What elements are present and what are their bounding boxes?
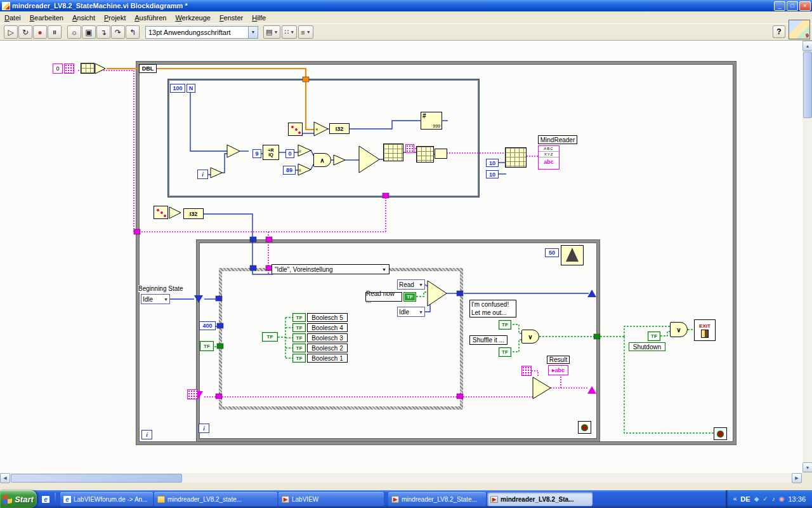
constant-10-b[interactable]: 10	[486, 170, 499, 178]
language-indicator[interactable]: DE	[740, 495, 750, 503]
shift-register-left-enum[interactable]	[194, 295, 203, 303]
reorder-button[interactable]: ≡ ▼	[298, 25, 313, 39]
vertical-scroll-thumb[interactable]	[803, 51, 812, 118]
array-to-string-node[interactable]	[435, 149, 447, 159]
scroll-up-button[interactable]: ▲	[802, 41, 812, 51]
horizontal-scrollbar[interactable]: ◀ ▶	[0, 472, 802, 483]
beginning-state-enum[interactable]: Idle▼	[141, 294, 170, 304]
outer-iteration-terminal[interactable]: i	[141, 430, 152, 439]
menu-projekt[interactable]: Projekt	[100, 12, 130, 23]
align-objects-button[interactable]: ▤ ▼	[263, 25, 280, 39]
boolean-constant-left[interactable]: TF	[200, 341, 214, 351]
run-button[interactable]: ▷	[4, 25, 18, 39]
highlight-execution-button[interactable]: ☼	[67, 25, 81, 39]
shuffle-boolean[interactable]: TF	[499, 347, 511, 357]
for-iteration-terminal[interactable]: i	[197, 170, 208, 179]
mindreader-string-indicator[interactable]: ABC XYZ abc	[538, 145, 560, 170]
boolesch2-terminal[interactable]: TF	[292, 344, 306, 352]
menu-fenster[interactable]: Fenster	[215, 12, 247, 23]
abort-button[interactable]: ●	[33, 25, 47, 39]
confused-boolean[interactable]: TF	[499, 320, 511, 330]
internet-explorer-icon[interactable]: e	[42, 496, 49, 503]
step-over-button[interactable]: ↷	[111, 25, 125, 39]
empty-string-constant-2[interactable]	[521, 366, 532, 376]
shutdown-boolean[interactable]: TF	[648, 331, 660, 341]
number-to-string-node[interactable]: # 999	[421, 112, 442, 130]
title-bar[interactable]: mindreader_LV8.2_StateMachine.vi Blockdi…	[0, 0, 812, 11]
loop-count-constant[interactable]: 100	[170, 84, 185, 93]
close-button[interactable]: ×	[799, 1, 811, 11]
read-enum-constant[interactable]: Read▼	[397, 279, 425, 290]
array-function-node[interactable]	[81, 63, 95, 74]
string-array-element-constant[interactable]	[64, 64, 74, 74]
vertical-scrollbar[interactable]: ▲ ▼	[802, 41, 812, 472]
buffer-node[interactable]	[334, 155, 345, 165]
inner-loop-condition-terminal[interactable]	[578, 421, 591, 434]
inner-iteration-terminal[interactable]: i	[199, 424, 209, 433]
outer-loop-condition-terminal[interactable]	[714, 427, 727, 440]
constant-0[interactable]: 0	[285, 149, 294, 158]
step-into-button[interactable]: ↴	[96, 25, 110, 39]
string-array-index-constant[interactable]: 0	[53, 64, 63, 74]
empty-string-init-constant[interactable]	[187, 389, 198, 399]
random-number-node-2[interactable]	[154, 206, 168, 219]
menu-ansicht[interactable]: Ansicht	[68, 12, 100, 23]
horizontal-scroll-thumb[interactable]	[11, 474, 182, 483]
step-out-button[interactable]: ↰	[126, 25, 140, 39]
menu-bearbeiten[interactable]: Bearbeiten	[25, 12, 68, 23]
boolesch4-terminal[interactable]: TF	[292, 323, 306, 332]
to-double-node[interactable]	[95, 64, 105, 74]
constant-50[interactable]: 50	[545, 248, 559, 257]
boolean-source-terminal[interactable]: TF	[262, 332, 278, 342]
minimize-button[interactable]: _	[774, 1, 785, 11]
run-continuous-button[interactable]: ↻	[18, 25, 32, 39]
wait-ms-node[interactable]	[561, 245, 584, 265]
menu-ausfuehren[interactable]: Ausführen	[130, 12, 171, 23]
tray-status-icon[interactable]: ◉	[779, 495, 785, 503]
concat-strings-node[interactable]	[533, 377, 551, 399]
constant-10-a[interactable]: 10	[486, 159, 499, 167]
tray-shield-icon[interactable]: ✓	[763, 495, 768, 503]
retain-wire-values-button[interactable]: ▣	[82, 25, 96, 39]
chevron-down-icon[interactable]: ▼	[248, 27, 258, 38]
boolesch1-terminal[interactable]: TF	[292, 354, 306, 363]
case-selector[interactable]: "Idle", Voreinstellung ▼	[272, 264, 390, 274]
select-node[interactable]	[359, 146, 379, 173]
task-button-vi-diagram-active[interactable]: ▶ mindreader_LV8.2_Sta...	[487, 492, 593, 506]
idle-enum-constant[interactable]: Idle▼	[397, 307, 425, 317]
compare-node[interactable]	[227, 145, 240, 157]
exit-indicator[interactable]: EXIT	[694, 319, 716, 341]
task-button-vi-panel[interactable]: ▶ mindreader_LV8.2_State...	[388, 492, 486, 506]
shift-register-right-enum[interactable]	[587, 290, 596, 297]
shift-register-right-string[interactable]	[587, 386, 596, 394]
index-array-node[interactable]	[505, 147, 527, 168]
scroll-left-button[interactable]: ◀	[0, 473, 10, 483]
constant-89[interactable]: 89	[283, 166, 296, 175]
and-node[interactable]: ∧	[313, 153, 331, 167]
empty-string-constant[interactable]	[405, 144, 414, 153]
random-number-node[interactable]	[288, 123, 303, 136]
pause-button[interactable]: II	[48, 25, 62, 39]
to-i32-node[interactable]: I32	[329, 123, 350, 134]
help-button[interactable]: ?	[773, 25, 785, 38]
replace-array-subset-node[interactable]	[416, 146, 434, 163]
menu-datei[interactable]: Datei	[0, 12, 25, 23]
menu-hilfe[interactable]: Hilfe	[247, 12, 270, 23]
hidden-icons-chevron[interactable]: «	[733, 495, 737, 503]
boolesch5-terminal[interactable]: TF	[292, 313, 306, 322]
increment-node[interactable]	[211, 168, 222, 178]
result-string-indicator[interactable]: ▸abc	[548, 365, 568, 375]
build-array-node[interactable]	[383, 144, 403, 161]
convert-node[interactable]	[169, 207, 181, 218]
loop-count-terminal[interactable]: N	[187, 84, 195, 93]
read-now-boolean[interactable]: TF	[403, 292, 416, 302]
boolesch3-terminal[interactable]: TF	[292, 333, 306, 342]
start-button[interactable]: Start	[0, 490, 37, 508]
vi-icon-preview[interactable]: 9	[789, 20, 810, 39]
or-node[interactable]: ∨	[521, 330, 539, 344]
task-button-folder[interactable]: mindreader_LV8.2_state...	[154, 492, 277, 506]
menu-werkzeuge[interactable]: Werkzeuge	[171, 12, 214, 23]
constant-400[interactable]: 400	[199, 321, 216, 330]
scroll-right-button[interactable]: ▶	[792, 473, 802, 483]
distribute-objects-button[interactable]: ∷ ▼	[282, 25, 297, 39]
